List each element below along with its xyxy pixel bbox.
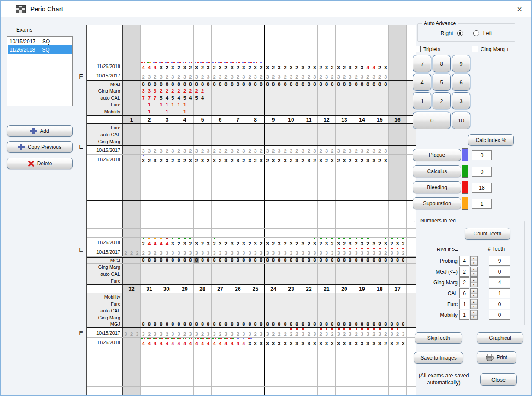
cell-tooth-25[interactable] <box>247 277 265 284</box>
cell-tooth-9[interactable]: 323 <box>265 146 282 154</box>
cell-tooth-2[interactable]: 332 <box>141 146 158 154</box>
cell-tooth-19[interactable]: 19 <box>353 285 371 293</box>
cell-tooth-21[interactable]: 888 <box>318 321 336 327</box>
copy-previous-button[interactable]: Copy Previous <box>7 141 73 153</box>
cell-tooth-26[interactable] <box>229 293 247 300</box>
cell-tooth-22[interactable] <box>300 293 318 300</box>
cell-tooth-30i[interactable] <box>158 270 176 277</box>
cell-tooth-12[interactable] <box>318 101 336 108</box>
spin-down-icon[interactable]: ▼ <box>471 315 477 320</box>
cell-tooth-19[interactable] <box>353 300 371 307</box>
cell-tooth-24[interactable] <box>265 264 282 270</box>
cell-tooth-5[interactable] <box>194 101 212 108</box>
cell-tooth-21[interactable]: 232 <box>318 238 336 247</box>
cell-tooth-28[interactable]: 323 <box>194 328 212 337</box>
cell-tooth-30i[interactable]: 30i <box>158 285 176 293</box>
cell-tooth-17[interactable] <box>389 300 407 307</box>
cell-tooth-24[interactable]: 333 <box>265 338 282 347</box>
cell-tooth-27[interactable] <box>212 293 229 300</box>
cell-tooth-28[interactable]: 888 <box>194 258 212 263</box>
cell-tooth-20[interactable] <box>336 264 353 270</box>
cell-tooth-32[interactable] <box>123 321 141 327</box>
red-if-value-mobility[interactable]: 1 <box>459 310 469 320</box>
cell-tooth-13[interactable]: 323 <box>336 146 353 154</box>
cell-tooth-31[interactable]: 444 <box>141 338 158 347</box>
cell-tooth-29[interactable]: 888 <box>176 321 194 327</box>
cell-tooth-24[interactable] <box>265 314 282 321</box>
cell-tooth-28[interactable] <box>194 307 212 314</box>
cell-tooth-15[interactable]: 423 <box>371 61 389 71</box>
spin-down-icon[interactable]: ▼ <box>471 272 477 277</box>
cell-tooth-30i[interactable]: 888 <box>158 258 176 263</box>
red-if-spinner-cal[interactable]: ▲▼ <box>470 288 478 298</box>
cell-tooth-2[interactable] <box>141 131 158 138</box>
red-if-value-furc[interactable]: 1 <box>459 299 469 309</box>
cell-tooth-10[interactable]: 232 <box>282 146 300 154</box>
cell-tooth-16[interactable] <box>389 61 407 71</box>
cell-tooth-26[interactable]: 333 <box>229 247 247 256</box>
cell-tooth-8[interactable] <box>247 87 265 94</box>
cell-tooth-22[interactable] <box>300 264 318 270</box>
cell-tooth-18[interactable]: 323 <box>371 238 389 247</box>
close-button[interactable]: Close <box>480 373 517 386</box>
cell-tooth-12[interactable] <box>318 138 336 145</box>
cell-tooth-28[interactable]: 444 <box>194 338 212 347</box>
cell-tooth-28[interactable]: 888 <box>194 321 212 327</box>
keypad-button-2[interactable]: 2 <box>433 92 451 109</box>
cell-tooth-15[interactable]: 323 <box>371 146 389 154</box>
cell-tooth-9[interactable] <box>265 124 282 131</box>
cell-tooth-15[interactable]: 323 <box>371 71 389 80</box>
cell-tooth-11[interactable]: 323 <box>300 146 318 154</box>
spin-up-icon[interactable]: ▲ <box>471 278 477 283</box>
cell-tooth-5[interactable]: 22 <box>194 87 212 94</box>
print-button[interactable]: Print <box>477 351 516 364</box>
bleeding-count-box[interactable]: 18 <box>472 183 492 193</box>
cell-tooth-12[interactable]: 323 <box>318 155 336 164</box>
cell-tooth-18[interactable] <box>371 264 389 270</box>
cell-tooth-3[interactable]: 888 <box>158 81 176 87</box>
red-if-spinner-mobility[interactable]: ▲▼ <box>470 310 478 320</box>
count-teeth-button[interactable]: Count Teeth <box>465 228 510 240</box>
cell-tooth-13[interactable]: 888 <box>336 81 353 87</box>
cell-tooth-5[interactable]: 5 <box>194 116 212 123</box>
cell-tooth-18[interactable] <box>371 307 389 314</box>
cell-tooth-17[interactable] <box>389 307 407 314</box>
cell-tooth-13[interactable] <box>336 131 353 138</box>
cell-tooth-13[interactable] <box>336 108 353 115</box>
cell-tooth-9[interactable]: 323 <box>265 71 282 80</box>
cell-tooth-16[interactable] <box>389 108 407 115</box>
cell-tooth-20[interactable] <box>336 277 353 284</box>
cell-tooth-23[interactable] <box>282 307 300 314</box>
red-if-spinner-ging-marg[interactable]: ▲▼ <box>470 277 478 287</box>
cell-tooth-4[interactable]: 232 <box>176 61 194 71</box>
cell-tooth-10[interactable] <box>282 124 300 131</box>
cell-tooth-28[interactable] <box>194 314 212 321</box>
cell-tooth-18[interactable]: 332 <box>371 247 389 256</box>
cell-tooth-6[interactable] <box>212 124 229 131</box>
cell-tooth-18[interactable] <box>371 270 389 277</box>
cell-tooth-15[interactable] <box>371 87 389 94</box>
cell-tooth-23[interactable] <box>282 270 300 277</box>
cell-tooth-24[interactable] <box>265 277 282 284</box>
cell-tooth-12[interactable]: 232 <box>318 146 336 154</box>
cell-tooth-4[interactable]: 232 <box>176 146 194 154</box>
cell-tooth-19[interactable]: 333 <box>353 338 371 347</box>
cell-tooth-26[interactable] <box>229 300 247 307</box>
cell-tooth-13[interactable] <box>336 124 353 131</box>
cell-tooth-19[interactable] <box>353 314 371 321</box>
cell-tooth-32[interactable] <box>123 277 141 284</box>
cell-tooth-2[interactable]: 444 <box>141 61 158 71</box>
cell-tooth-12[interactable] <box>318 131 336 138</box>
cell-tooth-13[interactable] <box>336 101 353 108</box>
cell-tooth-23[interactable] <box>282 277 300 284</box>
cell-tooth-8[interactable] <box>247 101 265 108</box>
cell-tooth-17[interactable] <box>389 270 407 277</box>
cell-tooth-7[interactable] <box>229 138 247 145</box>
cell-tooth-7[interactable]: 232 <box>229 155 247 164</box>
bleeding-button[interactable]: Bleeding <box>413 181 461 193</box>
cell-tooth-2[interactable]: 777 <box>141 94 158 101</box>
cell-tooth-28[interactable] <box>194 293 212 300</box>
cell-tooth-24[interactable]: 888 <box>265 321 282 327</box>
cell-tooth-20[interactable]: 888 <box>336 258 353 263</box>
cell-tooth-11[interactable] <box>300 101 318 108</box>
